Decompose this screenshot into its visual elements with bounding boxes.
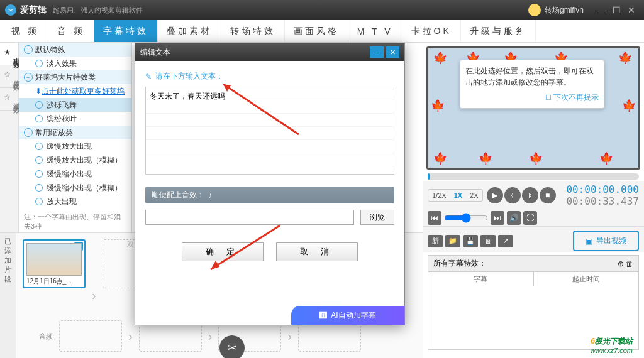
save-button[interactable]: 💾 (463, 235, 478, 247)
clip-1[interactable]: ✕ 12月1日16点_... (23, 239, 86, 288)
stop-button[interactable]: ■ (540, 187, 556, 203)
avatar-icon[interactable] (528, 4, 541, 16)
col-timerange: 起止时间 (534, 272, 639, 286)
effect-zoomin[interactable]: 缓慢放大出现 (19, 139, 131, 153)
sidetab-stay[interactable]: ☆停留特效 (0, 65, 18, 88)
seek-start-button[interactable]: ⏮ (428, 211, 441, 225)
effect-group-zoom[interactable]: −常用缩放类 (19, 126, 131, 139)
volume-button[interactable]: 🔊 (507, 211, 521, 225)
tab-transition[interactable]: 转场特效 (221, 20, 285, 42)
app-slogan: 超易用、强大的视频剪辑软件 (53, 6, 143, 15)
tab-subtitle-fx[interactable]: 字幕特效 (94, 20, 158, 42)
titlebar: ✂ 爱剪辑 超易用、强大的视频剪辑软件 转场gmlflvn — ☐ ✕ (0, 0, 644, 20)
effect-group-default[interactable]: −默认特效 (19, 43, 131, 57)
effect-fadein[interactable]: 淡入效果 (19, 57, 131, 70)
cancel-button[interactable]: 取 消 (276, 242, 358, 261)
edit-icon: ✎ (145, 72, 152, 81)
new-button[interactable]: 新 (428, 235, 443, 247)
fullscreen-button[interactable]: ⛶ (523, 211, 537, 225)
speed-selector[interactable]: 1/2X 1X 2X (428, 189, 483, 202)
speed-1x[interactable]: 1X (450, 190, 466, 201)
main-tabs: 视 频 音 频 字幕特效 叠加素材 转场特效 画面风格 M T V 卡拉OK 升… (0, 20, 644, 43)
sound-label: 顺便配上音效：♪ (145, 187, 394, 203)
app-name: 爱剪辑 (20, 4, 47, 16)
seek-end-button[interactable]: ⏭ (491, 211, 504, 225)
arrow-icon: › (208, 329, 213, 344)
next-frame-button[interactable]: ⦊ (522, 187, 538, 203)
audio-label: 音频 (39, 332, 53, 341)
cut-button[interactable]: ✂ (219, 335, 245, 358)
effect-zoomin-blur[interactable]: 缓慢放大出现（模糊） (19, 153, 131, 167)
delete-subtitle-button[interactable]: 🗑 (626, 259, 633, 268)
browse-button[interactable]: 浏览 (360, 210, 394, 225)
effect-list: −默认特效 淡入效果 −好莱坞大片特效类 ⬇ 点击此处获取更多好莱坞 沙砾飞舞 … (19, 43, 132, 232)
export-icon: ▣ (586, 237, 592, 246)
play-button[interactable]: ▶ (487, 187, 503, 203)
dialog-titlebar[interactable]: 编辑文本 — ✕ (135, 43, 404, 61)
effect-group-hollywood[interactable]: −好莱坞大片特效类 (19, 70, 131, 84)
tab-video[interactable]: 视 频 (3, 20, 48, 42)
dont-show-checkbox[interactable]: ☐ 下次不再提示 (465, 92, 599, 103)
svg-marker-3 (211, 261, 219, 269)
effect-sand-dance[interactable]: 沙砾飞舞 (19, 98, 131, 112)
minimize-button[interactable]: — (594, 3, 609, 18)
close-button[interactable]: ✕ (624, 3, 639, 18)
share-button[interactable]: ↗ (498, 235, 513, 247)
ai-icon: 🅰 (319, 311, 327, 320)
svg-line-0 (223, 84, 299, 134)
playback-controls: 1/2X 1X 2X ▶ ⦉ ⦊ ■ 00:00:00.000 00:00:33… (423, 181, 644, 210)
watermark: 6极光下载站 www.xz7.com (591, 335, 633, 354)
effect-autumn-leaves[interactable]: 缤纷秋叶 (19, 112, 131, 126)
effect-more-link[interactable]: ⬇ 点击此处获取更多好莱坞 (19, 84, 131, 98)
maximize-button[interactable]: ☐ (609, 3, 624, 18)
audio-slot[interactable] (59, 320, 122, 352)
subtitle-table-title: 所有字幕特效： (433, 258, 486, 269)
sidetab-appear[interactable]: ★出现特效 (0, 43, 18, 65)
preview-tooltip: 在此处选好位置，然后双击，即可在双击的地方添加或修改您的字幕。 ☐ 下次不再提示 (460, 60, 604, 109)
arrow-icon: › (287, 329, 292, 344)
effect-note: 注：一个字幕由出现、停留和消失3种 (19, 209, 131, 232)
speed-2x[interactable]: 2X (466, 190, 482, 201)
video-preview[interactable]: 🍁🍁🍁🍁🍁 🍁🍁🍁🍁 🍁🍁 在此处选好位置，然后双击，即可在双击的地方添加或修改… (426, 46, 640, 170)
add-subtitle-button[interactable]: ⊕ (618, 259, 624, 268)
current-time: 00:00:00.000 (566, 183, 639, 195)
tab-overlay[interactable]: 叠加素材 (158, 20, 221, 42)
duration: 00:00:33.437 (566, 195, 639, 207)
tab-style[interactable]: 画面风格 (285, 20, 348, 42)
tab-audio[interactable]: 音 频 (48, 20, 94, 42)
prev-frame-button[interactable]: ⦉ (504, 187, 521, 203)
preview-pane: 🍁🍁🍁🍁🍁 🍁🍁🍁🍁 🍁🍁 在此处选好位置，然后双击，即可在双击的地方添加或修改… (423, 43, 644, 352)
effect-zoomout[interactable]: 缓慢缩小出现 (19, 167, 131, 181)
sidetab-disappear[interactable]: ☆消失特效 (0, 88, 18, 111)
arrow-icon: › (92, 288, 96, 303)
col-subtitle: 字幕 (428, 272, 534, 286)
effect-zoomout-blur[interactable]: 缓慢缩小出现（模糊） (19, 181, 131, 195)
export-video-button[interactable]: ▣导出视频 (573, 231, 639, 251)
music-icon: ♪ (208, 191, 212, 200)
svg-line-2 (211, 225, 280, 269)
settings-button[interactable]: 🗎 (480, 235, 496, 247)
added-clips-tab[interactable]: 已添加片段 (0, 233, 16, 358)
seek-slider[interactable] (444, 213, 488, 223)
effect-enlarge[interactable]: 放大出现 (19, 195, 131, 209)
ai-auto-subtitle-button[interactable]: 🅰AI自动加字幕 (291, 306, 404, 325)
dialog-title: 编辑文本 (140, 47, 170, 58)
tab-karaoke[interactable]: 卡拉OK (402, 20, 461, 42)
seek-bar[interactable] (428, 173, 639, 180)
tab-mtv[interactable]: M T V (348, 20, 402, 42)
clip-label: 12月1日16点_... (26, 277, 82, 286)
dialog-minimize-button[interactable]: — (370, 46, 384, 58)
clip-thumbnail (26, 243, 82, 276)
speed-half[interactable]: 1/2X (428, 190, 450, 201)
edit-text-dialog: 编辑文本 — ✕ ✎请在下方输入文本： 顺便配上音效：♪ 浏览 确 定 取 消 … (135, 43, 405, 325)
username[interactable]: 转场gmlflvn (545, 5, 584, 16)
dialog-close-button[interactable]: ✕ (386, 46, 399, 58)
effect-side-tabs: ★出现特效 ☆停留特效 ☆消失特效 (0, 43, 19, 232)
arrow-icon: › (128, 329, 133, 344)
tab-upgrade[interactable]: 升级与服务 (461, 20, 536, 42)
app-logo-icon: ✂ (5, 4, 16, 16)
open-button[interactable]: 📁 (445, 235, 460, 247)
